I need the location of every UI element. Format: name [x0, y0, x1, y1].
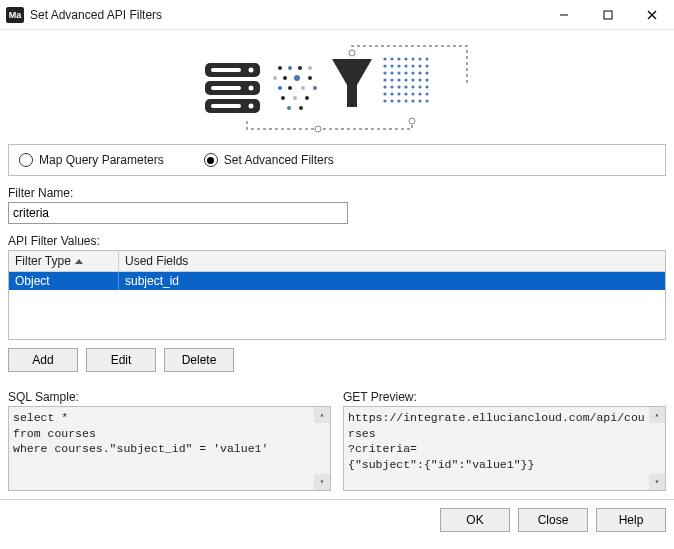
edit-button[interactable]: Edit: [86, 348, 156, 372]
svg-point-21: [283, 76, 287, 80]
svg-point-40: [383, 64, 386, 67]
help-button[interactable]: Help: [596, 508, 666, 532]
svg-point-65: [411, 85, 414, 88]
svg-point-31: [287, 106, 291, 110]
get-preview-text: https://integrate.elluciancloud.com/api/…: [348, 411, 645, 471]
filter-name-input[interactable]: [8, 202, 348, 224]
scroll-down-icon[interactable]: ▾: [649, 474, 665, 490]
cell-filter-type: Object: [9, 272, 119, 290]
window-title: Set Advanced API Filters: [30, 8, 542, 22]
close-button[interactable]: Close: [518, 508, 588, 532]
sql-sample-textarea[interactable]: select * from courses where courses."sub…: [8, 406, 331, 491]
radio-set-advanced-filters[interactable]: Set Advanced Filters: [204, 153, 334, 167]
svg-point-58: [411, 78, 414, 81]
filter-row-actions: Add Edit Delete: [8, 348, 666, 372]
svg-rect-1: [604, 11, 612, 19]
svg-point-72: [411, 92, 414, 95]
svg-point-4: [349, 50, 355, 56]
radio-icon: [204, 153, 218, 167]
svg-point-44: [411, 64, 414, 67]
table-header: Filter Type Used Fields: [9, 251, 665, 272]
svg-point-59: [418, 78, 421, 81]
svg-point-15: [249, 103, 254, 108]
svg-point-24: [278, 86, 282, 90]
cell-used-fields: subject_id: [119, 272, 665, 290]
svg-point-6: [315, 126, 321, 132]
svg-point-32: [299, 106, 303, 110]
sort-ascending-icon: [75, 259, 83, 264]
svg-point-33: [383, 57, 386, 60]
minimize-button[interactable]: [542, 0, 586, 30]
svg-point-60: [425, 78, 428, 81]
svg-point-80: [418, 99, 421, 102]
app-icon: Ma: [6, 7, 24, 23]
filter-pipeline-icon: [187, 41, 487, 136]
svg-point-42: [397, 64, 400, 67]
svg-point-73: [418, 92, 421, 95]
svg-point-67: [425, 85, 428, 88]
table-row[interactable]: Object subject_id: [9, 272, 665, 290]
svg-point-53: [425, 71, 428, 74]
svg-point-46: [425, 64, 428, 67]
filter-name-label: Filter Name:: [8, 186, 666, 200]
svg-point-34: [390, 57, 393, 60]
ok-button[interactable]: OK: [440, 508, 510, 532]
column-header-used-fields[interactable]: Used Fields: [119, 251, 665, 271]
svg-point-25: [288, 86, 292, 90]
svg-point-77: [397, 99, 400, 102]
svg-point-54: [383, 78, 386, 81]
column-header-label: Filter Type: [15, 254, 71, 268]
radio-label: Map Query Parameters: [39, 153, 164, 167]
svg-rect-10: [211, 68, 241, 72]
svg-point-14: [249, 85, 254, 90]
svg-point-17: [288, 66, 292, 70]
radio-label: Set Advanced Filters: [224, 153, 334, 167]
svg-point-5: [409, 118, 415, 124]
api-filter-values-table[interactable]: Filter Type Used Fields Object subject_i…: [8, 250, 666, 340]
svg-point-62: [390, 85, 393, 88]
svg-point-69: [390, 92, 393, 95]
scroll-down-icon[interactable]: ▾: [314, 474, 330, 490]
svg-point-50: [404, 71, 407, 74]
scroll-up-icon[interactable]: ▴: [314, 407, 330, 423]
delete-button[interactable]: Delete: [164, 348, 234, 372]
maximize-button[interactable]: [586, 0, 630, 30]
svg-point-43: [404, 64, 407, 67]
dialog-footer: OK Close Help: [0, 499, 674, 540]
get-preview-textarea[interactable]: https://integrate.elluciancloud.com/api/…: [343, 406, 666, 491]
svg-point-79: [411, 99, 414, 102]
svg-point-63: [397, 85, 400, 88]
svg-point-47: [383, 71, 386, 74]
close-window-button[interactable]: [630, 0, 674, 30]
svg-point-68: [383, 92, 386, 95]
svg-point-28: [281, 96, 285, 100]
svg-rect-11: [211, 86, 241, 90]
svg-point-64: [404, 85, 407, 88]
sql-sample-label: SQL Sample:: [8, 390, 331, 404]
svg-point-70: [397, 92, 400, 95]
scroll-up-icon[interactable]: ▴: [649, 407, 665, 423]
svg-point-52: [418, 71, 421, 74]
svg-point-41: [390, 64, 393, 67]
radio-map-query-parameters[interactable]: Map Query Parameters: [19, 153, 164, 167]
svg-point-48: [390, 71, 393, 74]
sql-sample-text: select * from courses where courses."sub…: [13, 411, 268, 455]
svg-point-35: [397, 57, 400, 60]
column-header-filter-type[interactable]: Filter Type: [9, 251, 119, 271]
svg-point-74: [425, 92, 428, 95]
svg-point-75: [383, 99, 386, 102]
svg-point-76: [390, 99, 393, 102]
svg-point-45: [418, 64, 421, 67]
svg-point-13: [249, 67, 254, 72]
add-button[interactable]: Add: [8, 348, 78, 372]
svg-point-23: [308, 76, 312, 80]
window-controls: [542, 0, 674, 30]
svg-point-29: [293, 96, 297, 100]
api-filter-values-label: API Filter Values:: [8, 234, 666, 248]
mode-selector: Map Query Parameters Set Advanced Filter…: [8, 144, 666, 176]
svg-point-30: [305, 96, 309, 100]
header-illustration: [8, 30, 666, 140]
svg-point-56: [397, 78, 400, 81]
column-header-label: Used Fields: [125, 254, 188, 268]
window-titlebar: Ma Set Advanced API Filters: [0, 0, 674, 30]
